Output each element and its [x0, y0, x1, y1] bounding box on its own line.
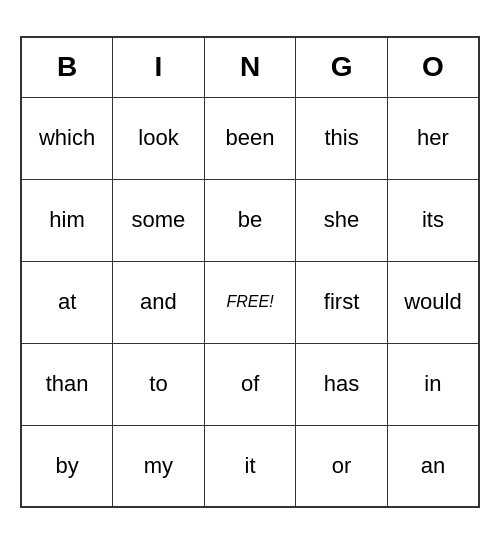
table-row: atandFREE!firstwould [21, 261, 479, 343]
header-col-n: N [204, 37, 296, 97]
cell-r1-c3: she [296, 179, 387, 261]
cell-r0-c3: this [296, 97, 387, 179]
header-col-b: B [21, 37, 113, 97]
cell-r4-c3: or [296, 425, 387, 507]
cell-r1-c2: be [204, 179, 296, 261]
cell-r3-c0: than [21, 343, 113, 425]
cell-r4-c2: it [204, 425, 296, 507]
cell-r1-c1: some [113, 179, 205, 261]
header-col-i: I [113, 37, 205, 97]
header-col-o: O [387, 37, 479, 97]
cell-r1-c4: its [387, 179, 479, 261]
cell-r0-c2: been [204, 97, 296, 179]
cell-r3-c3: has [296, 343, 387, 425]
table-row: thantoofhasin [21, 343, 479, 425]
cell-r3-c1: to [113, 343, 205, 425]
cell-r0-c1: look [113, 97, 205, 179]
cell-r4-c1: my [113, 425, 205, 507]
cell-r1-c0: him [21, 179, 113, 261]
table-row: himsomebesheits [21, 179, 479, 261]
header-row: BINGO [21, 37, 479, 97]
cell-r2-c0: at [21, 261, 113, 343]
header-col-g: G [296, 37, 387, 97]
cell-r2-c4: would [387, 261, 479, 343]
cell-r3-c2: of [204, 343, 296, 425]
cell-r4-c4: an [387, 425, 479, 507]
cell-r2-c1: and [113, 261, 205, 343]
table-row: bymyitoran [21, 425, 479, 507]
table-row: whichlookbeenthisher [21, 97, 479, 179]
cell-r3-c4: in [387, 343, 479, 425]
cell-r0-c0: which [21, 97, 113, 179]
bingo-card: BINGO whichlookbeenthisherhimsomebesheit… [20, 36, 480, 508]
cell-r2-c2: FREE! [204, 261, 296, 343]
cell-r2-c3: first [296, 261, 387, 343]
cell-r4-c0: by [21, 425, 113, 507]
cell-r0-c4: her [387, 97, 479, 179]
